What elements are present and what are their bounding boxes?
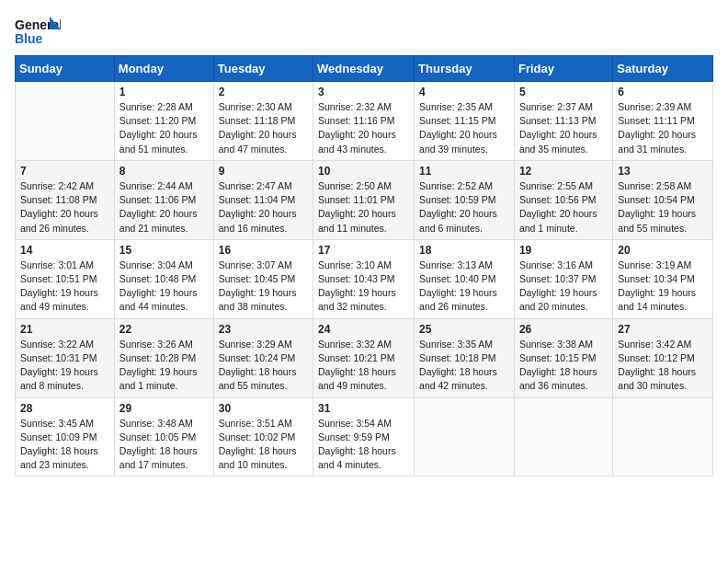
cell-data: Sunrise: 2:32 AM Sunset: 11:16 PM Daylig…: [318, 100, 409, 156]
calendar-cell: 28Sunrise: 3:45 AM Sunset: 10:09 PM Dayl…: [16, 397, 115, 477]
calendar-week-row: 14Sunrise: 3:01 AM Sunset: 10:51 PM Dayl…: [16, 239, 713, 318]
calendar-cell: 30Sunrise: 3:51 AM Sunset: 10:02 PM Dayl…: [213, 397, 313, 477]
calendar-cell: 20Sunrise: 3:19 AM Sunset: 10:34 PM Dayl…: [613, 239, 713, 318]
day-number: 20: [618, 244, 708, 257]
calendar-cell: 16Sunrise: 3:07 AM Sunset: 10:45 PM Dayl…: [213, 239, 313, 318]
cell-data: Sunrise: 2:28 AM Sunset: 11:20 PM Daylig…: [119, 100, 209, 156]
cell-data: Sunrise: 3:45 AM Sunset: 10:09 PM Daylig…: [20, 417, 109, 473]
cell-data: Sunrise: 2:39 AM Sunset: 11:11 PM Daylig…: [618, 100, 708, 156]
cell-data: Sunrise: 3:10 AM Sunset: 10:43 PM Daylig…: [318, 259, 409, 315]
calendar-cell: 1Sunrise: 2:28 AM Sunset: 11:20 PM Dayli…: [114, 82, 213, 161]
calendar-cell: 3Sunrise: 2:32 AM Sunset: 11:16 PM Dayli…: [313, 82, 415, 161]
day-number: 22: [119, 323, 209, 336]
day-number: 26: [519, 323, 608, 336]
calendar-cell: 7Sunrise: 2:42 AM Sunset: 11:08 PM Dayli…: [16, 160, 115, 239]
weekday-header: Thursday: [415, 56, 515, 82]
weekday-header: Tuesday: [213, 56, 313, 82]
cell-data: Sunrise: 2:37 AM Sunset: 11:13 PM Daylig…: [519, 100, 608, 156]
day-number: 17: [318, 244, 409, 257]
cell-data: Sunrise: 3:38 AM Sunset: 10:15 PM Daylig…: [519, 338, 608, 394]
cell-data: Sunrise: 2:30 AM Sunset: 11:18 PM Daylig…: [219, 100, 308, 156]
calendar-cell: 27Sunrise: 3:42 AM Sunset: 10:12 PM Dayl…: [613, 318, 713, 397]
logo: GeneralBlue: [15, 15, 61, 48]
calendar-cell: 18Sunrise: 3:13 AM Sunset: 10:40 PM Dayl…: [415, 239, 515, 318]
calendar-cell: 26Sunrise: 3:38 AM Sunset: 10:15 PM Dayl…: [514, 318, 612, 397]
cell-data: Sunrise: 3:35 AM Sunset: 10:18 PM Daylig…: [419, 338, 509, 394]
cell-data: Sunrise: 3:13 AM Sunset: 10:40 PM Daylig…: [419, 259, 509, 315]
cell-data: Sunrise: 2:58 AM Sunset: 10:54 PM Daylig…: [618, 179, 708, 236]
day-number: 19: [519, 244, 608, 257]
cell-data: Sunrise: 3:51 AM Sunset: 10:02 PM Daylig…: [219, 417, 308, 473]
day-number: 23: [219, 323, 308, 336]
day-number: 7: [20, 165, 109, 178]
day-number: 14: [20, 244, 109, 257]
cell-data: Sunrise: 3:48 AM Sunset: 10:05 PM Daylig…: [119, 417, 209, 473]
weekday-header: Friday: [514, 56, 612, 82]
calendar-cell: 6Sunrise: 2:39 AM Sunset: 11:11 PM Dayli…: [613, 82, 713, 161]
calendar-cell: [16, 82, 115, 161]
calendar-cell: 4Sunrise: 2:35 AM Sunset: 11:15 PM Dayli…: [415, 82, 515, 161]
calendar-cell: 12Sunrise: 2:55 AM Sunset: 10:56 PM Dayl…: [514, 160, 612, 239]
calendar-cell: 31Sunrise: 3:54 AM Sunset: 9:59 PM Dayli…: [313, 397, 415, 477]
calendar-cell: 25Sunrise: 3:35 AM Sunset: 10:18 PM Dayl…: [415, 318, 515, 397]
cell-data: Sunrise: 2:52 AM Sunset: 10:59 PM Daylig…: [419, 179, 509, 236]
cell-data: Sunrise: 3:42 AM Sunset: 10:12 PM Daylig…: [618, 338, 708, 394]
day-number: 15: [119, 244, 209, 257]
cell-data: Sunrise: 2:50 AM Sunset: 11:01 PM Daylig…: [318, 179, 409, 236]
weekday-header: Sunday: [16, 56, 115, 82]
calendar-cell: [613, 397, 713, 477]
calendar-week-row: 28Sunrise: 3:45 AM Sunset: 10:09 PM Dayl…: [16, 397, 713, 477]
calendar-week-row: 21Sunrise: 3:22 AM Sunset: 10:31 PM Dayl…: [16, 318, 713, 397]
calendar-cell: 2Sunrise: 2:30 AM Sunset: 11:18 PM Dayli…: [213, 82, 313, 161]
cell-data: Sunrise: 2:42 AM Sunset: 11:08 PM Daylig…: [20, 179, 109, 236]
calendar-week-row: 1Sunrise: 2:28 AM Sunset: 11:20 PM Dayli…: [16, 82, 713, 161]
cell-data: Sunrise: 3:26 AM Sunset: 10:28 PM Daylig…: [119, 338, 209, 394]
day-number: 3: [318, 86, 409, 98]
weekday-header: Monday: [114, 56, 213, 82]
day-number: 9: [219, 165, 308, 178]
cell-data: Sunrise: 3:54 AM Sunset: 9:59 PM Dayligh…: [318, 417, 409, 473]
calendar-cell: 14Sunrise: 3:01 AM Sunset: 10:51 PM Dayl…: [16, 239, 115, 318]
calendar-cell: 11Sunrise: 2:52 AM Sunset: 10:59 PM Dayl…: [415, 160, 515, 239]
calendar-cell: 9Sunrise: 2:47 AM Sunset: 11:04 PM Dayli…: [213, 160, 313, 239]
day-number: 1: [119, 86, 209, 98]
day-number: 8: [119, 165, 209, 178]
day-number: 16: [219, 244, 308, 257]
calendar-table: SundayMondayTuesdayWednesdayThursdayFrid…: [15, 55, 713, 477]
cell-data: Sunrise: 3:32 AM Sunset: 10:21 PM Daylig…: [318, 338, 409, 394]
weekday-header-row: SundayMondayTuesdayWednesdayThursdayFrid…: [16, 56, 713, 82]
weekday-header: Saturday: [613, 56, 713, 82]
page-header: GeneralBlue: [15, 15, 713, 48]
day-number: 4: [419, 86, 509, 98]
cell-data: Sunrise: 3:07 AM Sunset: 10:45 PM Daylig…: [219, 259, 308, 315]
calendar-cell: 24Sunrise: 3:32 AM Sunset: 10:21 PM Dayl…: [313, 318, 415, 397]
calendar-cell: 23Sunrise: 3:29 AM Sunset: 10:24 PM Dayl…: [213, 318, 313, 397]
day-number: 27: [618, 323, 708, 336]
calendar-cell: [514, 397, 612, 477]
day-number: 28: [20, 402, 109, 415]
cell-data: Sunrise: 2:35 AM Sunset: 11:15 PM Daylig…: [419, 100, 509, 156]
day-number: 10: [318, 165, 409, 178]
day-number: 2: [219, 86, 308, 98]
cell-data: Sunrise: 3:19 AM Sunset: 10:34 PM Daylig…: [618, 259, 708, 315]
cell-data: Sunrise: 2:55 AM Sunset: 10:56 PM Daylig…: [519, 179, 608, 236]
day-number: 24: [318, 323, 409, 336]
calendar-cell: 10Sunrise: 2:50 AM Sunset: 11:01 PM Dayl…: [313, 160, 415, 239]
day-number: 30: [219, 402, 308, 415]
cell-data: Sunrise: 3:04 AM Sunset: 10:48 PM Daylig…: [119, 259, 209, 315]
svg-text:Blue: Blue: [15, 31, 43, 46]
calendar-cell: 19Sunrise: 3:16 AM Sunset: 10:37 PM Dayl…: [514, 239, 612, 318]
cell-data: Sunrise: 3:01 AM Sunset: 10:51 PM Daylig…: [20, 259, 109, 315]
day-number: 6: [618, 86, 708, 98]
cell-data: Sunrise: 3:22 AM Sunset: 10:31 PM Daylig…: [20, 338, 109, 394]
calendar-cell: 13Sunrise: 2:58 AM Sunset: 10:54 PM Dayl…: [613, 160, 713, 239]
cell-data: Sunrise: 3:16 AM Sunset: 10:37 PM Daylig…: [519, 259, 608, 315]
calendar-cell: 21Sunrise: 3:22 AM Sunset: 10:31 PM Dayl…: [16, 318, 115, 397]
cell-data: Sunrise: 2:47 AM Sunset: 11:04 PM Daylig…: [219, 179, 308, 236]
calendar-cell: 5Sunrise: 2:37 AM Sunset: 11:13 PM Dayli…: [514, 82, 612, 161]
calendar-cell: [415, 397, 515, 477]
calendar-cell: 17Sunrise: 3:10 AM Sunset: 10:43 PM Dayl…: [313, 239, 415, 318]
day-number: 12: [519, 165, 608, 178]
day-number: 13: [618, 165, 708, 178]
day-number: 18: [419, 244, 509, 257]
